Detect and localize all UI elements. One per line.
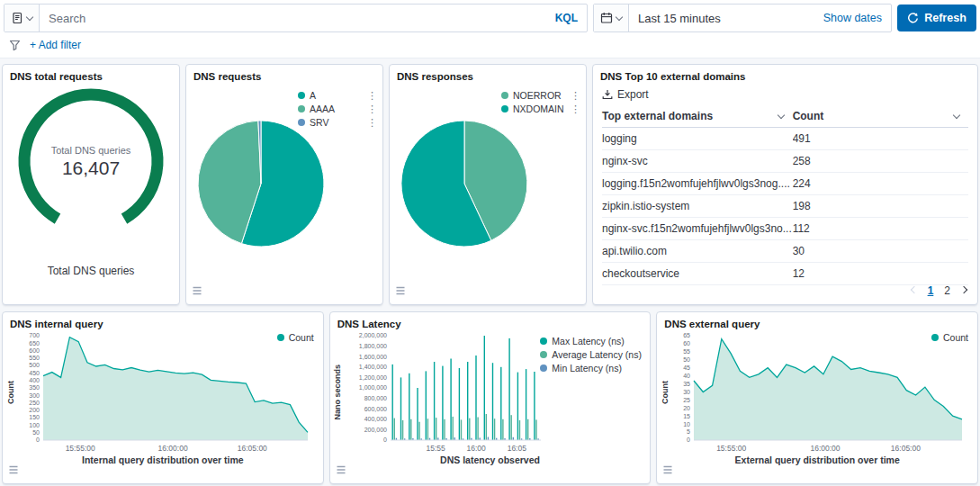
svg-text:16:05: 16:05 xyxy=(507,444,526,453)
saved-query-menu-button[interactable] xyxy=(4,4,40,32)
export-button[interactable]: Export xyxy=(602,88,649,101)
panel-title: DNS total requests xyxy=(3,65,179,82)
count-cell: 198 xyxy=(793,195,968,218)
legend-label: Count xyxy=(289,332,314,343)
legend-item[interactable]: Count xyxy=(277,330,314,344)
svg-text:15:55:00: 15:55:00 xyxy=(66,444,95,453)
legend-label: NOERROR xyxy=(513,90,562,101)
legend-item[interactable]: AAAA⋮ xyxy=(298,102,377,115)
gauge-bottom-label: Total DNS queries xyxy=(3,265,179,277)
latency-bar-chart[interactable]: 0200,000400,000600,000800,0001,000,0001,… xyxy=(344,331,546,454)
legend-item[interactable]: Count xyxy=(931,330,968,344)
legend-toggle-button[interactable] xyxy=(192,284,202,300)
legend-label: SRV xyxy=(310,117,328,128)
legend-item[interactable]: A⋮ xyxy=(298,88,377,102)
svg-text:600,000: 600,000 xyxy=(364,406,386,412)
legend-options-icon[interactable]: ⋮ xyxy=(571,104,580,113)
svg-text:10: 10 xyxy=(684,421,691,428)
legend-item[interactable]: Max Latency (ns) xyxy=(540,334,646,347)
page-button-1[interactable]: 1 xyxy=(928,284,934,297)
svg-text:250: 250 xyxy=(29,400,40,406)
table-row: api.twilio.com30 xyxy=(602,240,968,263)
chart-x-title: Internal query distribution over time xyxy=(3,454,323,465)
table-row: nginx-svc258 xyxy=(602,150,968,173)
svg-text:2,000,000: 2,000,000 xyxy=(359,332,387,338)
refresh-label: Refresh xyxy=(924,12,967,24)
legend-label: Count xyxy=(943,332,968,343)
internal-query-area-chart[interactable]: 0501001502002503003504004505005506006507… xyxy=(16,331,313,454)
svg-text:15:55: 15:55 xyxy=(426,444,445,453)
date-picker: Last 15 minutes Show dates xyxy=(593,4,892,32)
legend-dot-icon xyxy=(501,105,508,112)
panel-dns-external-query: DNS external query Count Count 051015202… xyxy=(656,311,978,484)
next-page-icon[interactable] xyxy=(960,285,967,292)
count-cell: 30 xyxy=(793,240,968,263)
legend-item[interactable]: Average Latency (ns) xyxy=(540,347,646,361)
svg-text:65: 65 xyxy=(684,332,691,338)
legend-options-icon[interactable]: ⋮ xyxy=(367,91,377,100)
legend-options-icon[interactable]: ⋮ xyxy=(367,104,377,113)
svg-text:200: 200 xyxy=(29,407,40,413)
legend-toggle-button[interactable] xyxy=(662,463,673,479)
panel-top-external-domains: DNS Top 10 external domains Export Top e… xyxy=(592,64,978,305)
column-header-domains[interactable]: Top external domains xyxy=(602,105,793,128)
filter-bar: + Add filter xyxy=(0,35,980,58)
table-row: checkoutservice12 xyxy=(602,263,968,285)
table-row: nginx-svc.f15n2womfujehfjlwv0lgs3no...11… xyxy=(602,218,968,240)
panel-dns-requests: DNS requests A⋮AAAA⋮SRV⋮ xyxy=(185,64,383,305)
panel-dns-total-requests: DNS total requests Total DNS queries 16,… xyxy=(2,64,180,305)
domain-cell: api.twilio.com xyxy=(602,240,793,263)
svg-text:400,000: 400,000 xyxy=(364,416,386,422)
refresh-button[interactable]: Refresh xyxy=(897,4,976,32)
legend-toggle-button[interactable] xyxy=(8,463,19,479)
legend-toggle-button[interactable] xyxy=(336,463,346,479)
calendar-button[interactable] xyxy=(594,4,629,32)
requests-pie-chart[interactable] xyxy=(197,120,325,248)
show-dates-link[interactable]: Show dates xyxy=(823,12,891,24)
calendar-icon xyxy=(600,12,613,24)
svg-text:450: 450 xyxy=(29,370,40,376)
svg-text:40: 40 xyxy=(684,373,691,379)
legend-label: Average Latency (ns) xyxy=(552,349,642,360)
kibana-dashboard: KQL Last 15 minutes Show dates Refresh xyxy=(0,0,980,486)
svg-text:5: 5 xyxy=(687,428,690,435)
svg-text:16:00:00: 16:00:00 xyxy=(158,444,188,453)
svg-text:16:05:00: 16:05:00 xyxy=(891,444,921,453)
kql-badge[interactable]: KQL xyxy=(546,12,587,24)
legend-dot-icon xyxy=(540,338,547,345)
svg-text:35: 35 xyxy=(684,381,691,387)
domain-cell: logging.f15n2womfujehfjlwv0lgs3nog.... xyxy=(602,173,793,195)
svg-text:25: 25 xyxy=(684,397,691,403)
svg-text:55: 55 xyxy=(684,348,691,355)
search-input[interactable] xyxy=(40,12,546,25)
svg-text:0: 0 xyxy=(383,436,387,443)
chart-legend: Max Latency (ns)Average Latency (ns)Min … xyxy=(540,334,646,374)
svg-text:400: 400 xyxy=(29,377,40,383)
chevron-down-icon xyxy=(616,13,623,20)
domain-cell: zipkin.istio-system xyxy=(602,195,793,218)
legend-item[interactable]: NXDOMAIN⋮ xyxy=(501,102,580,115)
chart-x-title: External query distribution over time xyxy=(657,454,977,465)
legend-options-icon[interactable]: ⋮ xyxy=(571,91,580,100)
external-query-area-chart[interactable]: 0510152025303540455055606515:55:0016:00:… xyxy=(670,331,967,454)
filter-funnel-icon[interactable] xyxy=(9,40,21,51)
add-filter-link[interactable]: + Add filter xyxy=(30,39,81,51)
prev-page-icon[interactable] xyxy=(910,285,917,292)
legend-toggle-button[interactable] xyxy=(395,284,406,300)
legend-label: A xyxy=(310,90,316,101)
legend-dot-icon xyxy=(540,364,547,372)
legend-item[interactable]: NOERROR⋮ xyxy=(501,88,580,102)
pie-legend: NOERROR⋮NXDOMAIN⋮ xyxy=(501,88,580,115)
responses-pie-chart[interactable] xyxy=(400,120,528,248)
legend-dot-icon xyxy=(540,351,547,358)
chart-x-title: DNS latency observed xyxy=(330,454,651,465)
y-axis-label: Nano seconds xyxy=(332,331,344,454)
legend-options-icon[interactable]: ⋮ xyxy=(367,118,377,127)
legend-item[interactable]: Min Latency (ns) xyxy=(540,361,646,374)
count-cell: 112 xyxy=(793,218,968,240)
page-button-2[interactable]: 2 xyxy=(944,284,950,297)
legend-item[interactable]: SRV⋮ xyxy=(298,115,377,129)
svg-text:50: 50 xyxy=(684,356,691,363)
column-header-count[interactable]: Count xyxy=(793,105,968,128)
time-range-value[interactable]: Last 15 minutes xyxy=(629,12,721,25)
